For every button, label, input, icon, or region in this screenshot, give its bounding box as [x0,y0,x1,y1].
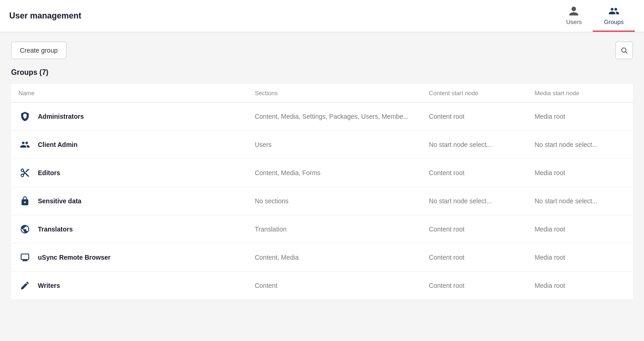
top-header: User management Users Groups [0,0,644,32]
groups-label: Groups [11,68,37,76]
group-name: Client Admin [38,141,78,148]
group-name-cell: Client Admin [11,131,247,159]
groups-tbody: Administrators Content, Media, Settings,… [11,103,633,300]
group-name: Writers [38,282,60,289]
search-icon [620,47,628,54]
nav-item-users[interactable]: Users [555,0,593,32]
group-content-start-node: No start node select... [421,131,527,159]
group-media-start-node: Media root [527,159,633,187]
group-media-start-node: Media root [527,215,633,244]
svg-line-1 [626,52,627,54]
group-sections: Content, Media, Forms [247,159,421,187]
table-row[interactable]: Sensitive data No sections No start node… [11,187,633,215]
group-name: Administrators [38,113,84,120]
top-nav: Users Groups [555,0,635,32]
lock-icon [18,195,31,207]
group-icon [18,138,31,151]
group-media-start-node: No start node select... [527,131,633,159]
badge-icon [18,110,31,123]
col-header-content-start-node: Content start node [421,84,527,103]
table-row[interactable]: Translators Translation Content root Med… [11,215,633,244]
nav-item-groups[interactable]: Groups [593,0,635,32]
nav-groups-label: Groups [604,18,624,25]
table-row[interactable]: Client Admin Users No start node select.… [11,131,633,159]
group-content-start-node: Content root [421,272,527,300]
groups-heading: Groups (7) [11,68,633,77]
group-name: uSync Remote Browser [38,254,110,261]
group-content-start-node: Content root [421,215,527,244]
group-name-cell: uSync Remote Browser [11,244,247,272]
table-row[interactable]: Writers Content Content root Media root [11,272,633,300]
group-sections: No sections [247,187,421,215]
group-content-start-node: Content root [421,103,527,131]
main-content: Create group Groups (7) Name Sections Co… [0,32,644,309]
nav-users-label: Users [566,18,582,25]
globe-icon [18,223,31,236]
monitor-icon [18,251,31,264]
pen-icon [18,279,31,292]
page-title: User management [9,11,81,21]
group-name-cell: Translators [11,215,247,244]
table-row[interactable]: Editors Content, Media, Forms Content ro… [11,159,633,187]
groups-count: (7) [39,68,49,76]
group-name-cell: Administrators [11,103,247,131]
group-sections: Translation [247,215,421,244]
col-header-sections: Sections [247,84,421,103]
col-header-media-start-node: Media start node [527,84,633,103]
group-content-start-node: Content root [421,159,527,187]
group-media-start-node: Media root [527,103,633,131]
group-media-start-node: No start node select... [527,187,633,215]
group-media-start-node: Media root [527,272,633,300]
group-name-cell: Editors [11,159,247,187]
group-name: Editors [38,169,60,177]
group-media-start-node: Media root [527,244,633,272]
create-group-button[interactable]: Create group [11,42,67,59]
group-name: Translators [38,225,73,233]
toolbar: Create group [11,42,633,59]
search-button[interactable] [615,42,633,59]
group-sections: Content [247,272,421,300]
svg-point-0 [622,48,626,52]
group-sections: Content, Media, Settings, Packages, User… [247,103,421,131]
groups-table: Name Sections Content start node Media s… [11,84,633,300]
group-name: Sensitive data [38,197,81,205]
group-content-start-node: No start node select... [421,187,527,215]
group-name-cell: Writers [11,272,247,300]
scissors-icon [18,166,31,179]
group-content-start-node: Content root [421,244,527,272]
col-header-name: Name [11,84,247,103]
group-sections: Users [247,131,421,159]
groups-icon [608,6,620,17]
group-sections: Content, Media [247,244,421,272]
table-row[interactable]: Administrators Content, Media, Settings,… [11,103,633,131]
table-header: Name Sections Content start node Media s… [11,84,633,103]
group-name-cell: Sensitive data [11,187,247,215]
table-row[interactable]: uSync Remote Browser Content, Media Cont… [11,244,633,272]
users-icon [568,6,579,17]
